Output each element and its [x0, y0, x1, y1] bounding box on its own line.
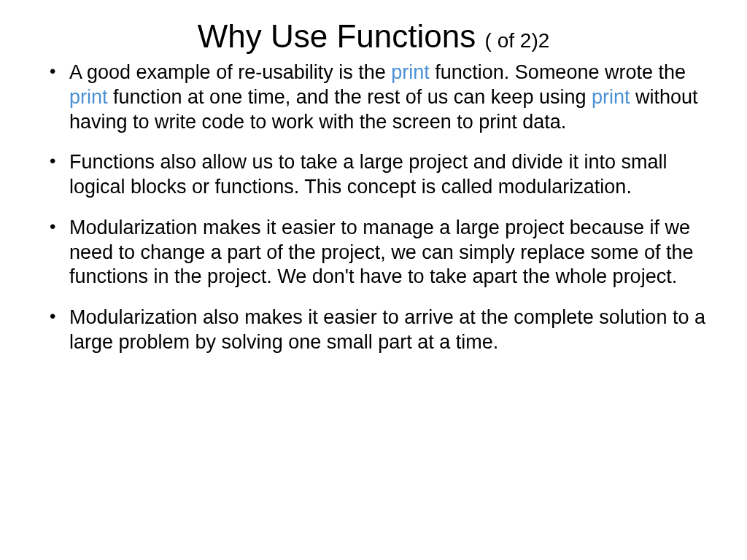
highlighted-text: print — [69, 86, 108, 108]
body-text: Modularization makes it easier to manage… — [69, 217, 694, 288]
bullet-list: A good example of re-usability is the pr… — [36, 61, 711, 355]
highlighted-text: print — [592, 86, 630, 108]
body-text: function. Someone wrote the — [430, 61, 686, 83]
slide-title: Why Use Functions ( of 2)2 — [36, 18, 711, 55]
body-text: A good example of re-usability is the — [69, 61, 391, 83]
body-text: Modularization also makes it easier to a… — [69, 306, 705, 353]
bullet-item: Modularization also makes it easier to a… — [36, 306, 711, 355]
title-main: Why Use Functions — [198, 18, 476, 54]
body-text: function at one time, and the rest of us… — [108, 86, 592, 108]
title-suffix: ( of 2)2 — [485, 29, 550, 52]
highlighted-text: print — [391, 61, 430, 83]
bullet-item: Modularization makes it easier to manage… — [36, 216, 711, 289]
bullet-item: A good example of re-usability is the pr… — [36, 61, 711, 134]
body-text: Functions also allow us to take a large … — [69, 151, 667, 198]
bullet-item: Functions also allow us to take a large … — [36, 150, 711, 200]
